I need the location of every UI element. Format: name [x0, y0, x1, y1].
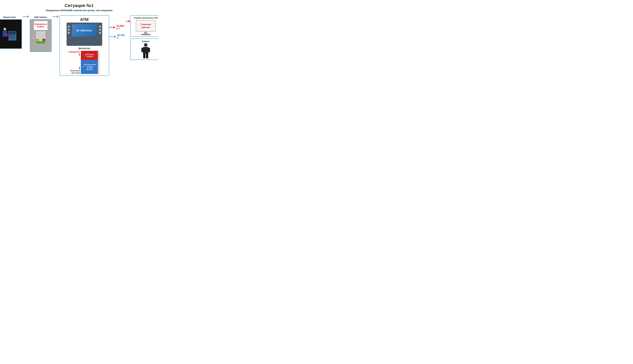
- atm-btn-l3: [68, 32, 70, 34]
- red-arrow-shortage: [109, 26, 115, 29]
- safe-drawer-2: [9, 36, 16, 38]
- person-leg-left: [3, 37, 5, 40]
- person-body: [3, 31, 7, 37]
- inkassator-box: ↓: [0, 19, 22, 49]
- shortage-bar: ! Нехватка10.000 € ?10.000 €: [81, 51, 98, 60]
- atm-btn-l1: [68, 26, 70, 28]
- sop-screen-text: Определено 50.000 €: [35, 23, 47, 28]
- safe-drawer-3: [9, 38, 16, 40]
- right-boxes: Служба мониторинга АТМ ! Банкомат работа…: [130, 15, 158, 60]
- arrow-inkassator-to-sop: [22, 15, 30, 18]
- monitor-visual: ! Банкомат работает: [135, 20, 157, 35]
- red-arrow-monitoring: [126, 20, 130, 22]
- monitor-alert-text: Банкомат работает: [141, 23, 152, 28]
- atm-btn-l2: [68, 29, 70, 31]
- sop-key-red: [43, 39, 45, 41]
- page-subtitle: Определено БОЛЬШЕЕ количество купюр, чем…: [5, 9, 154, 12]
- client-leg-left: [143, 54, 145, 58]
- sop-key-6: 6: [43, 34, 45, 36]
- right-arrows-section: 10.000 € ? 40.000 €: [109, 15, 126, 41]
- client-title: Клиент: [142, 40, 150, 42]
- atm-side-buttons-right: [99, 26, 101, 34]
- safe: ↓: [9, 31, 16, 40]
- safe-drawer-1: [9, 34, 16, 36]
- shortage-text: Нехватка10.000 € ?10.000 €: [86, 53, 94, 58]
- sop-key-2: 2: [39, 32, 42, 34]
- atm-machine: In service: [67, 22, 102, 46]
- exclamation-icon: !: [85, 54, 86, 57]
- blue-arrow-icon-2: [53, 15, 59, 18]
- bar-shadow: [98, 51, 99, 74]
- sop-screen-line2: 50.000 €: [37, 26, 45, 28]
- blue-arrow-icon: [23, 15, 29, 18]
- sop-key-9: 9: [43, 36, 45, 38]
- client-head: [144, 43, 147, 46]
- sop-key-0: 0: [39, 39, 42, 41]
- person-leg-right: [5, 37, 7, 40]
- available-output-row: 40.000 €: [109, 34, 126, 40]
- atm-section: ATM In service Диспенсер: [60, 15, 109, 76]
- client-person: [143, 43, 149, 58]
- safe-arrow-icon: ↓: [12, 32, 13, 34]
- sop-key-yellow: [36, 39, 39, 41]
- sop-key-1: 1: [36, 32, 39, 34]
- atm-side-buttons-left: [68, 26, 70, 34]
- client-arm-left: [141, 48, 143, 52]
- physical-label: Физическидоступно: [70, 70, 80, 74]
- exclamation-icon-2: !: [83, 66, 84, 68]
- monitor-stand: [144, 32, 147, 34]
- atm-to-right-arrows: [126, 15, 130, 22]
- sop-key-3: 3: [43, 32, 45, 34]
- client-arm-right: [149, 48, 150, 52]
- atm-title: ATM: [80, 17, 89, 22]
- client-legs: [143, 54, 148, 58]
- dispenser-bars: ! Нехватка10.000 € ?10.000 € ! Доступно …: [81, 51, 98, 74]
- sop-key-4: 4: [36, 34, 39, 36]
- sop-keypad: 1 2 3 4 5 6 7 8 9 0: [36, 32, 45, 44]
- shortage-amount: 10.000 € ?: [117, 24, 126, 30]
- inkassator-label: Инкассатор: [3, 16, 16, 18]
- monitor-base: [141, 34, 150, 35]
- inkassator-section: Инкассатор ↓: [0, 15, 22, 49]
- client-leg-right: [146, 54, 148, 58]
- sop-key-8: 8: [39, 36, 42, 38]
- available-bar: ! Доступно длявыдачи40.000 €: [81, 60, 98, 74]
- available-text: Доступно длявыдачи40.000 €: [84, 64, 96, 70]
- dispenser-label: Диспенсер: [79, 47, 90, 50]
- monitor-screen-wrap: ! Банкомат работает: [136, 20, 156, 32]
- person-head: [4, 28, 6, 30]
- monitoring-title: Служба мониторинга АТМ: [134, 17, 158, 19]
- sop-label: SOP панель: [34, 16, 47, 18]
- safe-body: ↓: [9, 31, 16, 40]
- available-amount: 40.000 €: [117, 34, 126, 40]
- sop-box: Определено 50.000 € 1 2 3 4 5 6 7 8 9 0: [30, 19, 52, 52]
- atm-screen: In service: [72, 24, 97, 36]
- sop-screen-line1: Определено: [35, 23, 47, 25]
- arrow-sop-to-atm: [52, 15, 60, 18]
- monitor-excl-icon: !: [140, 23, 142, 26]
- client-body: [143, 47, 149, 54]
- page-title: Ситуация №1: [5, 3, 154, 8]
- main-layout: Инкассатор ↓: [5, 15, 154, 76]
- sop-section: SOP панель Определено 50.000 € 1 2 3 4 5…: [30, 15, 52, 52]
- inkassator-person: [3, 28, 7, 40]
- sop-key-5: 5: [39, 34, 42, 36]
- atm-btn-r3: [99, 32, 101, 34]
- monitor-screen: ! Банкомат работает: [136, 20, 155, 31]
- blue-arrow-available: [109, 36, 116, 38]
- monitor-alert: ! Банкомат работает: [137, 23, 155, 29]
- sop-key-7: 7: [36, 36, 39, 38]
- person-legs: [3, 37, 7, 40]
- client-box: Клиент: [130, 38, 158, 60]
- atm-btn-r1: [99, 26, 101, 28]
- person-bag: [7, 33, 10, 36]
- atm-top: ATM In service: [67, 17, 102, 46]
- atm-btn-r2: [99, 29, 101, 31]
- dispenser-section: Определено Физическидоступно: [71, 51, 98, 74]
- atm-big-box: ATM In service Диспенсер: [60, 15, 109, 76]
- defined-label: Определено: [69, 51, 80, 53]
- sop-key-green: [36, 41, 45, 44]
- shortage-output-row: 10.000 € ?: [109, 24, 126, 30]
- monitoring-box: Служба мониторинга АТМ ! Банкомат работа…: [130, 15, 158, 37]
- sop-screen: Определено 50.000 €: [34, 21, 48, 30]
